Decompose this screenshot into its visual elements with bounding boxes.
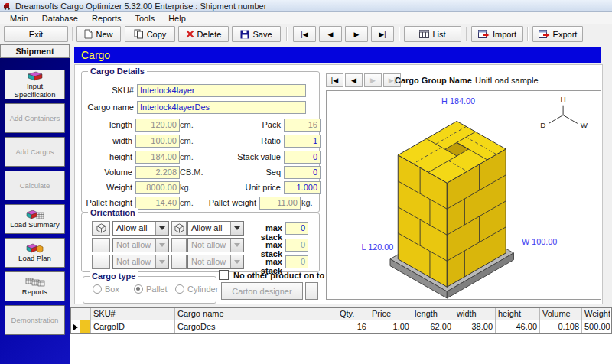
max-stack-input-1[interactable]: 0 xyxy=(285,222,308,235)
nav-next-icon: ▶ xyxy=(354,31,360,38)
orientation-combo-3-left[interactable]: Not allow xyxy=(112,255,169,269)
menu-tools[interactable]: Tools xyxy=(128,14,161,23)
cube-icon xyxy=(96,223,106,233)
cell-qty[interactable]: 16 xyxy=(337,320,369,333)
radio-box[interactable]: Box xyxy=(93,284,119,294)
copy-button[interactable]: Copy xyxy=(125,26,175,42)
import-button[interactable]: Import xyxy=(471,26,523,42)
delete-x-icon xyxy=(186,30,194,38)
max-stack-input-3[interactable]: 0 xyxy=(285,255,308,268)
menu-help[interactable]: Help xyxy=(161,14,193,23)
nav-last-button[interactable]: ▶| xyxy=(371,26,394,42)
carton-designer-extra-button[interactable] xyxy=(305,282,318,300)
carton-designer-button[interactable]: Carton designer xyxy=(221,282,303,300)
orientation-blank-button-3[interactable] xyxy=(92,255,110,269)
chevron-down-icon[interactable] xyxy=(230,255,243,268)
radio-label: Pallet xyxy=(146,284,168,294)
cell-length[interactable]: 62.00 xyxy=(412,320,454,333)
orientation-combo-3-right[interactable]: Not allow xyxy=(187,255,244,269)
grid-empty-area xyxy=(70,334,612,364)
weight-unit: kg. xyxy=(180,183,191,192)
cell-height[interactable]: 46.00 xyxy=(496,320,540,333)
exit-button[interactable]: Exit xyxy=(4,26,68,42)
grid-row[interactable]: CargoID CargoDes 16 1.00 62.00 38.00 46.… xyxy=(71,320,611,333)
main-area: Cargo Cargo Details SKU# Interlock4layer… xyxy=(70,44,612,364)
orientation-group: Orientation Allow all Allow all max stac… xyxy=(81,213,320,272)
orientation-combo-2-right[interactable]: Not allow xyxy=(187,238,244,252)
sku-input[interactable]: Interlock4layer xyxy=(137,84,306,97)
length-input[interactable]: 120.00 xyxy=(135,119,180,132)
cell-price[interactable]: 1.00 xyxy=(369,320,412,333)
save-button[interactable]: Save xyxy=(232,26,281,42)
no-other-product-checkbox[interactable]: No other product on to xyxy=(219,270,324,280)
menu-main[interactable]: Main xyxy=(3,14,35,23)
new-button[interactable]: New xyxy=(76,26,121,42)
export-button[interactable]: Export xyxy=(532,26,583,42)
combo-value: Not allow xyxy=(116,240,151,249)
nav-prev-icon: ◀ xyxy=(351,76,356,84)
pallet-height-input[interactable]: 14.40 xyxy=(135,197,180,210)
chevron-down-icon[interactable] xyxy=(155,239,168,252)
sidebar-button-input-specification[interactable]: Input Specification xyxy=(5,70,65,99)
width-input[interactable]: 100.00 xyxy=(135,135,180,148)
pallet-weight-input[interactable]: 11.00 xyxy=(259,197,301,210)
chevron-down-icon[interactable] xyxy=(155,222,168,235)
radio-circle xyxy=(175,284,184,294)
group-nav-first-button[interactable]: |◀ xyxy=(326,73,343,87)
grid-header-length: length xyxy=(412,308,454,320)
sidebar-label: Demonstration xyxy=(11,316,59,324)
sidebar-button-demonstration[interactable]: Demonstration xyxy=(5,305,65,335)
sidebar-button-add-containers[interactable]: Add Containers xyxy=(5,103,65,133)
orientation-combo-1-left[interactable]: Allow all xyxy=(112,221,169,236)
cell-volume[interactable]: 0.108 xyxy=(540,320,582,333)
window-title: Dreamsofts Cargo Optimizer 5.32.00 Enter… xyxy=(15,2,266,11)
cell-cargo-name[interactable]: CargoDes xyxy=(175,320,337,333)
max-stack-input-2[interactable]: 0 xyxy=(285,239,308,252)
nav-first-button[interactable]: |◀ xyxy=(293,26,316,42)
orientation-blank-button-4[interactable] xyxy=(171,255,187,269)
chevron-down-icon[interactable] xyxy=(230,239,243,252)
cell-weight[interactable]: 500.00 xyxy=(582,320,610,333)
list-button[interactable]: List xyxy=(404,26,461,42)
volume-input[interactable]: 2.208 xyxy=(135,166,180,179)
delete-button[interactable]: Delete xyxy=(178,26,229,42)
height-input[interactable]: 184.00 xyxy=(135,151,180,164)
chevron-down-icon[interactable] xyxy=(155,255,168,268)
pack-input[interactable]: 16 xyxy=(284,119,321,132)
cargo-name-input[interactable]: Interlock4layerDes xyxy=(137,101,306,114)
checkbox-label: No other product on to xyxy=(233,271,324,280)
orientation-combo-2-left[interactable]: Not allow xyxy=(112,238,169,252)
sidebar-button-load-summary[interactable]: Load Summary xyxy=(5,204,65,234)
menu-reports[interactable]: Reports xyxy=(85,14,129,23)
sidebar-header: Shipment xyxy=(0,44,70,58)
radio-pallet[interactable]: Pallet xyxy=(134,284,168,294)
orientation-cube-button-1[interactable] xyxy=(92,221,110,236)
group-nav-prev-button[interactable]: ◀ xyxy=(345,73,363,87)
app-icon xyxy=(3,2,11,10)
chevron-down-icon[interactable] xyxy=(230,222,243,235)
orientation-cube-button-2[interactable] xyxy=(171,221,187,236)
cell-sku[interactable]: CargoID xyxy=(91,320,175,333)
orientation-blank-button-1[interactable] xyxy=(92,238,110,252)
stack-value-input[interactable]: 0 xyxy=(284,151,321,164)
ratio-input[interactable]: 1 xyxy=(284,135,321,148)
nav-next-button[interactable]: ▶ xyxy=(345,26,368,42)
weight-input[interactable]: 8000.00 xyxy=(135,181,180,194)
sidebar-button-reports[interactable]: Reports xyxy=(5,271,65,301)
sidebar-button-calculate[interactable]: Calculate xyxy=(5,171,65,200)
sidebar-button-load-plan[interactable]: Load Plan xyxy=(5,238,65,268)
group-nav-next-button[interactable]: ▶ xyxy=(364,73,382,87)
combo-value: Not allow xyxy=(191,257,226,266)
menu-database[interactable]: Database xyxy=(35,14,85,23)
radio-cylinder[interactable]: Cylinder xyxy=(175,284,218,294)
orientation-blank-button-2[interactable] xyxy=(171,238,187,252)
sidebar-label: Load Summary xyxy=(10,220,59,229)
sidebar-button-add-cargos[interactable]: Add Cargos xyxy=(5,137,65,167)
grid-header-selector xyxy=(71,308,80,320)
nav-prev-button[interactable]: ◀ xyxy=(319,26,342,42)
unit-price-input[interactable]: 1.000 xyxy=(284,181,321,194)
seq-input[interactable]: 0 xyxy=(284,166,321,179)
cell-width[interactable]: 38.00 xyxy=(454,320,496,333)
cargo-details-group: Cargo Details SKU# Interlock4layer Cargo… xyxy=(81,71,320,213)
orientation-combo-1-right[interactable]: Allow all xyxy=(187,221,244,236)
